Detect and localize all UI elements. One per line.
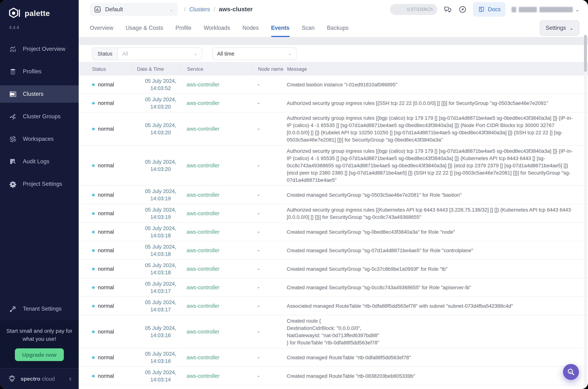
tab-usage-costs[interactable]: Usage & Costs bbox=[126, 19, 163, 37]
footer-brand-light: cloud bbox=[42, 375, 55, 382]
date-text: 05 July 2024, bbox=[137, 262, 185, 269]
date-cell: 05 July 2024, 14:03:19 bbox=[137, 206, 185, 221]
service-cell: aws-controller bbox=[185, 210, 255, 216]
sidebar-collapse-icon[interactable]: ‹ bbox=[69, 375, 71, 382]
message-cell: Authorized security group ingress rules … bbox=[284, 147, 577, 184]
tab-overview[interactable]: Overview bbox=[90, 19, 113, 37]
book-icon bbox=[478, 6, 485, 13]
sidebar-item-audit-logs[interactable]: Audit Logs bbox=[0, 153, 79, 170]
time-text: 14:03:16 bbox=[137, 332, 185, 339]
date-text: 05 July 2024, bbox=[137, 77, 185, 85]
time-text: 14:03:17 bbox=[137, 287, 185, 295]
message-cell: Created route { DestinationCidrBlock: "0… bbox=[284, 317, 577, 346]
table-row: normal 05 July 2024, 14:03:18 aws-contro… bbox=[79, 260, 588, 278]
time-text: 14:03:20 bbox=[137, 165, 185, 173]
node-cell: - bbox=[255, 329, 284, 335]
topbar: Default ⌄ / Clusters / aws-cluster 0.07/… bbox=[79, 0, 588, 19]
status-text: normal bbox=[98, 266, 114, 272]
upgrade-now-button[interactable]: Upgrade now bbox=[15, 348, 64, 361]
status-filter-label: Status bbox=[92, 48, 118, 59]
magnifier-smile-icon bbox=[566, 367, 576, 377]
docs-button[interactable]: Docs bbox=[473, 2, 505, 17]
date-cell: 05 July 2024, 14:03:16 bbox=[137, 350, 185, 365]
service-cell: aws-controller bbox=[185, 355, 255, 360]
table-row: normal 05 July 2024, 14:03:16 aws-contro… bbox=[79, 348, 588, 367]
settings-button[interactable]: Settings ⌄ bbox=[540, 20, 579, 35]
node-cell: - bbox=[255, 229, 284, 235]
scrollbar-track[interactable] bbox=[584, 37, 587, 389]
status-text: normal bbox=[98, 100, 114, 106]
page: Status All ⌄ All time ⌄ Status bbox=[79, 37, 588, 389]
sidebar-item-cluster-groups[interactable]: Cluster Groups bbox=[0, 108, 79, 125]
sidebar-item-clusters[interactable]: Clusters bbox=[0, 85, 79, 103]
date-cell: 05 July 2024, 14:03:20 bbox=[137, 122, 185, 136]
chevron-down-icon: ⌄ bbox=[194, 51, 197, 56]
sidebar-item-project-overview[interactable]: Project Overview bbox=[0, 40, 79, 58]
user-menu[interactable]: ⌄ bbox=[511, 7, 579, 12]
compass-icon[interactable] bbox=[458, 5, 467, 14]
table-row: normal 05 July 2024, 14:03:17 aws-contro… bbox=[79, 278, 588, 297]
events-panel: Status All ⌄ All time ⌄ Status bbox=[79, 45, 588, 389]
message-cell: Created managed SecurityGroup "sg-07d1a4… bbox=[284, 247, 577, 254]
docs-label: Docs bbox=[488, 6, 501, 13]
tab-events[interactable]: Events bbox=[271, 19, 289, 37]
status-filter-value: All bbox=[122, 51, 128, 56]
tab-workloads[interactable]: Workloads bbox=[204, 19, 230, 37]
service-cell: aws-controller bbox=[185, 126, 255, 132]
message-cell: Associated managed RouteTable "rtb-0dfa8… bbox=[284, 302, 577, 310]
date-text: 05 July 2024, bbox=[137, 225, 185, 232]
status-cell: normal bbox=[92, 266, 137, 272]
sidebar-item-label: Cluster Groups bbox=[23, 113, 60, 120]
message-cell: Created managed SecurityGroup "sg-0503c5… bbox=[284, 191, 577, 198]
sidebar-item-label: Clusters bbox=[23, 91, 44, 97]
service-cell: aws-controller bbox=[185, 248, 255, 253]
spectro-cloud-logo-icon bbox=[7, 374, 17, 383]
project-selector[interactable]: Default ⌄ bbox=[90, 3, 178, 16]
sidebar-item-workspaces[interactable]: Workspaces bbox=[0, 130, 79, 148]
status-text: normal bbox=[98, 303, 114, 309]
search-help-fab[interactable] bbox=[563, 364, 579, 380]
date-text: 05 July 2024, bbox=[137, 158, 185, 165]
status-text: normal bbox=[98, 285, 114, 290]
time-filter-select[interactable]: All time ⌄ bbox=[212, 47, 297, 60]
tab-profile[interactable]: Profile bbox=[175, 19, 191, 37]
status-text: normal bbox=[98, 210, 114, 216]
message-cell: Created managed SecurityGroup "sg-0c37c8… bbox=[284, 265, 577, 272]
sidebar-item-project-settings[interactable]: Project Settings bbox=[0, 175, 79, 193]
time-text: 14:03:16 bbox=[137, 357, 185, 365]
status-filter-select[interactable]: All ⌄ bbox=[118, 48, 202, 59]
status-dot-icon bbox=[92, 268, 95, 270]
breadcrumb-slash: / bbox=[214, 6, 215, 13]
events-table-body: normal 05 July 2024, 14:03:52 aws-contro… bbox=[79, 75, 588, 389]
service-cell: aws-controller bbox=[185, 266, 255, 272]
status-dot-icon bbox=[92, 330, 95, 333]
message-cell: Created managed RouteTable "rtb-0dfa88f5… bbox=[284, 354, 577, 361]
user-name-redacted bbox=[511, 7, 516, 12]
tab-nodes[interactable]: Nodes bbox=[243, 19, 259, 37]
sidebar-item-tenant-settings[interactable]: Tenant Settings bbox=[0, 300, 79, 318]
sidebar-item-label: Project Overview bbox=[23, 46, 65, 52]
date-cell: 05 July 2024, 14:03:16 bbox=[137, 324, 185, 339]
chevron-down-icon: ⌄ bbox=[575, 7, 579, 12]
chat-icon[interactable] bbox=[443, 5, 452, 14]
doc-search-icon bbox=[9, 158, 17, 165]
service-cell: aws-controller bbox=[185, 192, 255, 198]
column-header-date: Date & Time bbox=[132, 65, 185, 73]
usage-meter: 0.07/100kCh bbox=[390, 4, 437, 15]
promo-text: Start small and only pay for what you us… bbox=[6, 327, 73, 343]
scrollbar-thumb[interactable] bbox=[584, 35, 587, 72]
node-cell: - bbox=[255, 100, 284, 106]
rack-icon bbox=[9, 90, 17, 98]
sidebar-nav: Project Overview Profiles Clusters Clust… bbox=[0, 40, 79, 198]
settings-button-label: Settings bbox=[546, 25, 566, 31]
tab-backups[interactable]: Backups bbox=[327, 19, 349, 37]
sidebar: palette 4.4.4 Project Overview Profiles … bbox=[0, 0, 79, 389]
table-row: normal 05 July 2024, 14:03:19 aws-contro… bbox=[79, 204, 588, 223]
sidebar-item-profiles[interactable]: Profiles bbox=[0, 63, 79, 80]
table-row: normal 05 July 2024, 14:03:20 aws-contro… bbox=[79, 146, 588, 186]
status-text: normal bbox=[98, 82, 114, 88]
breadcrumb-link-clusters[interactable]: Clusters bbox=[189, 6, 210, 13]
date-text: 05 July 2024, bbox=[137, 324, 185, 332]
status-text: normal bbox=[98, 355, 114, 360]
tab-scan[interactable]: Scan bbox=[302, 19, 315, 37]
